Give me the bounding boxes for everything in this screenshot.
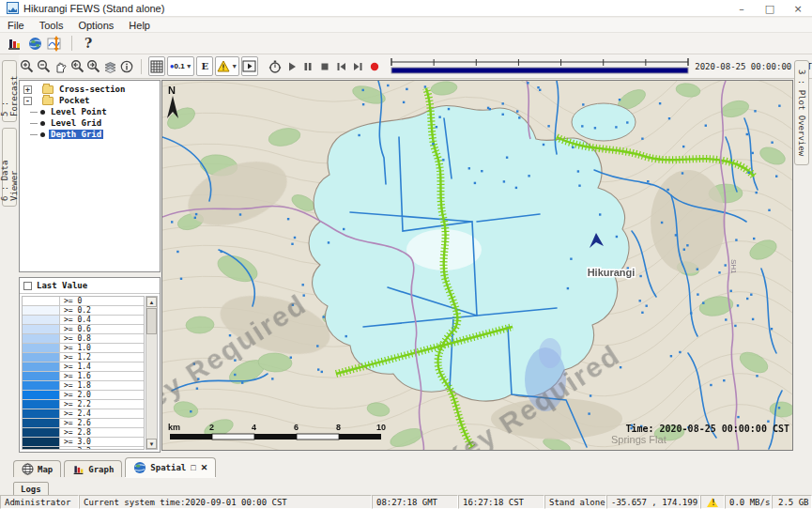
zoom-in-button[interactable]: [19, 56, 36, 76]
legend-row[interactable]: >= 1.2: [23, 353, 144, 362]
legend-row[interactable]: >= 2.6: [23, 419, 144, 428]
stop-icon: [319, 61, 330, 72]
grid-value-dropdown[interactable]: ● 0.1 ▼: [167, 56, 194, 76]
database-display-button[interactable]: [4, 34, 24, 53]
legend-value-label: >= 2.2: [60, 400, 91, 409]
legend-row[interactable]: >= 1.8: [23, 381, 144, 391]
close-button[interactable]: ×: [784, 0, 812, 17]
map-label-town: Hikurangi: [588, 267, 636, 278]
tree-expander[interactable]: -: [23, 97, 32, 105]
play-button[interactable]: [283, 56, 300, 76]
menu-item[interactable]: Options: [70, 20, 121, 31]
tree-item-label: Level Point: [49, 107, 109, 116]
map-label-road: SH1: [729, 259, 738, 274]
legend-row[interactable]: >= 1.6: [23, 372, 144, 381]
layers-button[interactable]: [102, 56, 119, 76]
legend-row[interactable]: >= 1.4: [23, 362, 144, 372]
status-user: Administrator: [0, 495, 79, 509]
tree-item[interactable]: Level Grid: [23, 117, 160, 129]
scale-tick: 8: [336, 423, 341, 432]
time-navigator-button[interactable]: [267, 56, 283, 76]
tab-graph[interactable]: Graph: [64, 460, 122, 477]
legend-value-label: >= 3.2: [60, 447, 91, 450]
tree-item[interactable]: Level Point: [23, 106, 160, 117]
legend-row[interactable]: >= 2.8: [23, 428, 144, 438]
legend-row[interactable]: >= 1.0: [23, 344, 144, 353]
grid-display-button[interactable]: [148, 56, 165, 76]
left-panel: + Cross-section - Pocket Level Point: [19, 80, 161, 453]
legend-row[interactable]: >= 2.2: [23, 400, 144, 409]
scroll-down-arrow-icon[interactable]: ▼: [146, 439, 157, 449]
status-warning[interactable]: [700, 495, 725, 509]
zoom-out-button[interactable]: [36, 56, 53, 76]
help-icon: ?: [84, 36, 92, 51]
tab-map[interactable]: Map: [13, 460, 61, 477]
tree-item[interactable]: + Cross-section: [23, 84, 160, 95]
legend-row[interactable]: >= 0.2: [23, 306, 144, 316]
tree-item-label: Cross-section: [57, 85, 127, 94]
menu-item[interactable]: Help: [121, 20, 158, 31]
legend-row[interactable]: >= 3.2: [23, 447, 144, 450]
legend-row[interactable]: >= 2.4: [23, 409, 144, 419]
time-slider[interactable]: [391, 57, 689, 76]
last-frame-button[interactable]: [350, 56, 367, 76]
stopwatch-icon: [268, 59, 283, 74]
tree-item[interactable]: Depth Grid: [23, 129, 160, 140]
stop-button[interactable]: [316, 56, 333, 76]
zoom-next-button[interactable]: [85, 56, 102, 76]
scrollbar-thumb[interactable]: [146, 308, 157, 334]
legend-color-swatch: [23, 428, 60, 437]
legend-value-label: >= 0.8: [60, 334, 91, 343]
wire-globe-icon: [22, 463, 34, 475]
right-tab-strip: 3 : Plot Overview: [793, 54, 812, 453]
timeseries-dialog-button[interactable]: [45, 34, 66, 53]
legend-row[interactable]: >= 3.0: [23, 438, 144, 447]
legend-color-swatch: [23, 316, 60, 324]
legend-color-swatch: [23, 334, 60, 343]
tab-close-icon[interactable]: ✕: [201, 463, 208, 472]
tab-plot-overview[interactable]: 3 : Plot Overview: [794, 60, 809, 165]
scroll-up-arrow-icon[interactable]: ▲: [146, 297, 157, 307]
legend-row[interactable]: >= 0.6: [23, 325, 144, 334]
menu-item[interactable]: Tools: [32, 20, 71, 31]
legend-scrollbar[interactable]: ▲ ▼: [146, 296, 158, 450]
legend-value-label: >= 1.6: [60, 372, 91, 380]
map-display-button[interactable]: [24, 34, 45, 53]
elevation-button[interactable]: E: [196, 56, 213, 76]
legend-row[interactable]: >= 2.0: [23, 391, 144, 400]
tab-restore-icon[interactable]: □: [191, 463, 195, 472]
pan-button[interactable]: [53, 56, 69, 76]
record-button[interactable]: [367, 56, 384, 76]
info-button[interactable]: [119, 56, 136, 76]
legend-row[interactable]: >= 0.8: [23, 334, 144, 344]
spatial-map[interactable]: Hikurangi Springs Flat SH1 API Key Requi…: [161, 80, 793, 451]
tree-item-icon: [42, 97, 54, 105]
pause-button[interactable]: [300, 56, 317, 76]
first-frame-button[interactable]: [333, 56, 350, 76]
minimize-button[interactable]: –: [728, 0, 756, 17]
legend-color-swatch: [23, 438, 60, 446]
status-memory[interactable]: 2.5 GB: [772, 495, 812, 509]
legend-row[interactable]: >= 0.4: [23, 316, 144, 325]
legend-value-label: >= 1.4: [60, 362, 91, 371]
tree-item[interactable]: - Pocket: [23, 95, 160, 106]
maximize-button[interactable]: □: [756, 0, 784, 17]
tree-item-label: Depth Grid: [49, 130, 103, 139]
tab-data-viewer[interactable]: 6 : Data Viewer: [2, 128, 17, 207]
menu-item[interactable]: File: [0, 20, 32, 31]
map-time-label: Time: 2020-08-25 00:00:00 CST: [625, 424, 789, 434]
tab-forecast[interactable]: 5 : Forecast: [2, 60, 17, 122]
elevation-icon: E: [201, 61, 208, 71]
tree-expander[interactable]: +: [23, 85, 32, 94]
status-local-time: 16:27:18 CST: [458, 495, 544, 509]
last-value-checkbox[interactable]: [23, 282, 32, 290]
status-coordinates: -35.657 , 174.199: [606, 495, 700, 509]
animation-export-button[interactable]: [241, 56, 258, 76]
legend-row[interactable]: >= 0: [23, 297, 144, 306]
north-label: N: [168, 85, 176, 96]
zoom-previous-button[interactable]: [69, 56, 85, 76]
help-button[interactable]: ?: [78, 34, 99, 53]
legend-value-label: >= 0: [60, 297, 82, 305]
warning-threshold-dropdown[interactable]: ▼: [215, 56, 239, 76]
tab-spatial[interactable]: Spatial □ ✕: [125, 457, 216, 477]
